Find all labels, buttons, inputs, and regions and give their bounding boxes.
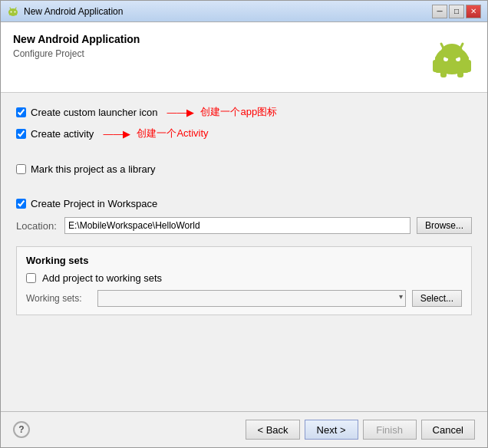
maximize-button[interactable]: □ bbox=[449, 5, 464, 18]
library-checkbox[interactable] bbox=[16, 164, 26, 174]
location-input[interactable] bbox=[64, 217, 411, 234]
working-sets-dropdown-wrapper bbox=[97, 290, 406, 307]
launcher-icon-checkbox[interactable] bbox=[16, 107, 26, 117]
footer-left: ? bbox=[13, 421, 30, 438]
svg-rect-1 bbox=[9, 11, 17, 15]
launcher-icon-label[interactable]: Create custom launcher icon bbox=[31, 107, 157, 118]
back-button[interactable]: < Back bbox=[246, 420, 299, 440]
android-robot-svg bbox=[429, 33, 475, 79]
svg-line-4 bbox=[10, 8, 11, 9]
android-robot-logo bbox=[429, 33, 475, 81]
svg-point-12 bbox=[441, 44, 463, 59]
title-bar: New Android Application ─ □ ✕ bbox=[1, 1, 487, 22]
svg-line-5 bbox=[15, 8, 16, 9]
svg-rect-13 bbox=[433, 60, 438, 72]
library-label[interactable]: Mark this project as a library bbox=[31, 163, 156, 175]
svg-point-3 bbox=[15, 11, 16, 12]
svg-point-2 bbox=[11, 11, 12, 12]
working-sets-box: Working sets Add project to working sets… bbox=[16, 246, 472, 315]
working-sets-title: Working sets bbox=[26, 255, 462, 266]
create-activity-arrow: ——▶ bbox=[103, 128, 130, 140]
close-button[interactable]: ✕ bbox=[466, 5, 481, 18]
library-row: Mark this project as a library bbox=[16, 163, 472, 175]
launcher-icon-arrow: ——▶ bbox=[167, 107, 194, 118]
workspace-label[interactable]: Create Project in Workspace bbox=[31, 198, 157, 209]
footer: ? < Back Next > Finish Cancel bbox=[1, 411, 487, 447]
location-row: Location: Browse... bbox=[16, 217, 472, 234]
location-label: Location: bbox=[16, 220, 58, 232]
browse-button[interactable]: Browse... bbox=[417, 217, 472, 234]
create-activity-label[interactable]: Create activity bbox=[31, 128, 94, 140]
svg-rect-15 bbox=[440, 68, 447, 77]
android-icon bbox=[7, 5, 19, 18]
workspace-row: Create Project in Workspace bbox=[16, 198, 472, 209]
separator2 bbox=[16, 183, 472, 190]
add-working-sets-checkbox[interactable] bbox=[26, 273, 36, 283]
title-bar-text: New Android Application bbox=[24, 6, 427, 17]
add-working-sets-row: Add project to working sets bbox=[26, 272, 462, 284]
working-sets-label-row: Working sets: Select... bbox=[26, 290, 462, 307]
select-button[interactable]: Select... bbox=[412, 290, 462, 307]
header-title: New Android Application bbox=[13, 33, 140, 45]
header-section: New Android Application Configure Projec… bbox=[1, 22, 487, 93]
title-bar-buttons: ─ □ ✕ bbox=[432, 5, 481, 18]
launcher-icon-annotation: 创建一个app图标 bbox=[200, 105, 277, 119]
create-activity-row: Create activity ——▶ 创建一个Activity bbox=[16, 127, 472, 140]
spacer bbox=[16, 323, 472, 399]
working-sets-label: Working sets: bbox=[26, 293, 91, 304]
working-sets-dropdown[interactable] bbox=[97, 290, 406, 307]
header-text: New Android Application Configure Projec… bbox=[13, 33, 140, 59]
launcher-icon-row: Create custom launcher icon ——▶ 创建一个app图… bbox=[16, 105, 472, 119]
cancel-button[interactable]: Cancel bbox=[421, 420, 475, 440]
workspace-checkbox[interactable] bbox=[16, 199, 26, 209]
header-subtitle: Configure Project bbox=[13, 48, 140, 59]
separator1 bbox=[16, 148, 472, 156]
footer-buttons: < Back Next > Finish Cancel bbox=[246, 420, 475, 440]
help-button[interactable]: ? bbox=[13, 421, 30, 438]
add-working-sets-label[interactable]: Add project to working sets bbox=[42, 272, 162, 284]
main-window: New Android Application ─ □ ✕ New Androi… bbox=[0, 0, 488, 448]
create-activity-checkbox[interactable] bbox=[16, 129, 26, 139]
finish-button[interactable]: Finish bbox=[363, 420, 417, 440]
svg-rect-14 bbox=[466, 60, 471, 72]
svg-rect-16 bbox=[457, 68, 463, 77]
next-button[interactable]: Next > bbox=[305, 420, 358, 440]
create-activity-annotation: 创建一个Activity bbox=[137, 127, 208, 140]
main-area: Create custom launcher icon ——▶ 创建一个app图… bbox=[1, 93, 487, 411]
minimize-button[interactable]: ─ bbox=[432, 5, 447, 18]
